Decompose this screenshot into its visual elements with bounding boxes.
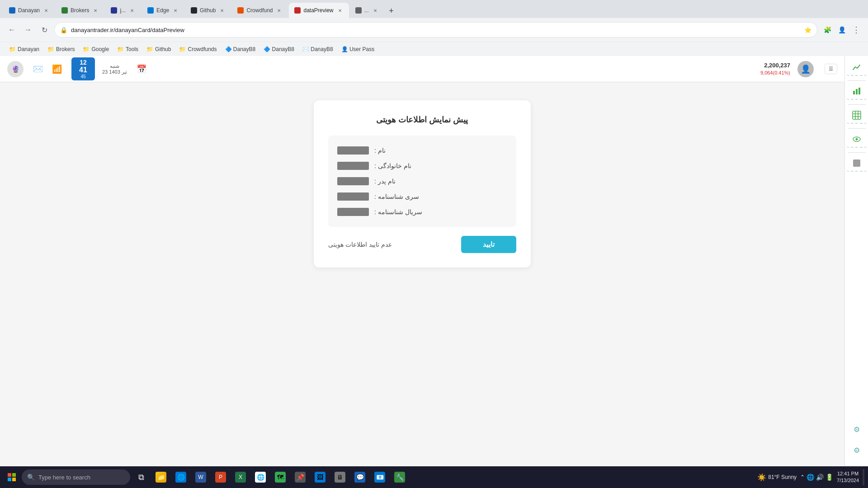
taskbar-clock[interactable]: 12:41 PM 7/13/2024 <box>837 470 859 484</box>
bookmark-danayan8-1[interactable]: 🔷 DanayB8 <box>222 45 259 54</box>
back-button[interactable]: ← <box>5 23 18 36</box>
taskbar-maps[interactable]: 🗺 <box>271 468 289 486</box>
url-bar[interactable]: 🔒 danayantrader.ir/danayanCard/dataPrevi… <box>54 22 817 38</box>
tray-volume-icon[interactable]: 🔊 <box>816 474 824 481</box>
taskbar-app-7[interactable]: 📌 <box>291 468 309 486</box>
tab-6[interactable]: Crowdfund ✕ <box>232 3 288 18</box>
tray-up-arrow[interactable]: ⌃ <box>800 474 805 480</box>
tab-close-5[interactable]: ✕ <box>218 7 226 14</box>
taskbar-edge[interactable]: 🌐 <box>172 468 190 486</box>
tab-favicon-8 <box>355 7 362 14</box>
bookmark-userpass[interactable]: 👤 User Pass <box>338 45 378 54</box>
tab-close-2[interactable]: ✕ <box>92 7 99 14</box>
data-row-name: نام : <box>337 146 507 155</box>
start-button[interactable] <box>4 469 20 485</box>
header-icon-group: ✉️ 📶 <box>31 62 64 76</box>
sidebar-settings-2[interactable]: ⚙ <box>847 442 867 458</box>
taskbar-outlook[interactable]: 📧 <box>371 468 389 486</box>
taskbar-excel[interactable]: X <box>231 468 250 486</box>
tab-close-1[interactable]: ✕ <box>42 7 50 14</box>
svg-rect-10 <box>853 160 860 167</box>
svg-rect-13 <box>8 478 11 481</box>
taskbar-photos[interactable]: 🖼 <box>311 468 329 486</box>
weather-display[interactable]: ☀️ 81°F Sunny <box>757 473 797 482</box>
taskbar-chrome[interactable]: 🌐 <box>251 468 269 486</box>
tab-1[interactable]: Danayan ✕ <box>4 3 55 18</box>
task-view-button[interactable]: ⧉ <box>132 468 150 486</box>
tab-close-7[interactable]: ✕ <box>336 7 344 14</box>
clock-widget: 12 41 45 <box>71 57 95 80</box>
tab-4[interactable]: Edge ✕ <box>142 3 184 18</box>
table-icon <box>852 110 862 120</box>
sidebar-table[interactable] <box>847 108 867 124</box>
bookmark-folder-icon: 📁 <box>146 46 153 52</box>
sidebar-divider-2 <box>848 104 866 105</box>
data-row-father: نام پدر : <box>337 177 507 185</box>
value-serial <box>337 208 369 216</box>
taskbar-app-9[interactable]: 🖥 <box>331 468 349 486</box>
value-serial-series <box>337 192 369 201</box>
clock-number: 12 <box>75 58 91 66</box>
wifi-icon[interactable]: 📶 <box>50 62 64 76</box>
tab-close-4[interactable]: ✕ <box>172 7 179 14</box>
tab-close-3[interactable]: ✕ <box>128 7 136 14</box>
card-title: پیش نمایش اطلاعات هویتی <box>328 115 516 125</box>
bookmark-danayan8-2[interactable]: 🔷 DanayB8 <box>260 45 298 54</box>
taskbar-file-explorer[interactable]: 📁 <box>152 468 170 486</box>
excel-icon: X <box>235 472 246 483</box>
bookmark-danayan8-mail[interactable]: ✉️ DanayB8 <box>299 45 337 54</box>
address-bar: ← → ↻ 🔒 danayantrader.ir/danayanCard/dat… <box>0 18 868 42</box>
confirm-button[interactable]: تایید <box>461 236 516 253</box>
url-text: danayantrader.ir/danayanCard/dataPreview <box>71 27 801 33</box>
outlook-icon: 📧 <box>374 472 385 483</box>
sidebar-bar-chart[interactable] <box>847 84 867 100</box>
tab-8[interactable]: ... ✕ <box>350 3 384 18</box>
sidebar-settings-1[interactable]: ⚙ <box>847 421 867 437</box>
sidebar-square[interactable] <box>847 155 867 172</box>
app9-icon: 🖥 <box>335 472 345 483</box>
photos-icon: 🖼 <box>315 472 326 483</box>
tab-7-active[interactable]: dataPreview ✕ <box>289 3 349 18</box>
mail-icon[interactable]: ✉️ <box>31 62 45 76</box>
menu-button[interactable]: ⋮ <box>850 23 863 36</box>
tab-2[interactable]: Brokers ✕ <box>56 3 104 18</box>
tray-network-icon[interactable]: 🌐 <box>807 474 814 481</box>
content-area: 🔮 ✉️ 📶 12 41 45 شنبه 23 تیر 1403 <box>0 56 868 488</box>
tray-battery-icon[interactable]: 🔋 <box>826 474 833 481</box>
tab-3[interactable]: j... ✕ <box>105 3 141 18</box>
bookmark-danayan[interactable]: 📁 Danayan <box>5 45 43 54</box>
bookmark-google[interactable]: 📁 Google <box>79 45 113 54</box>
svg-rect-11 <box>8 473 11 477</box>
taskbar-search[interactable]: 🔍 Type here to search <box>22 469 130 485</box>
label-serial-series: سری شناسنامه : <box>374 193 419 200</box>
sidebar-eye[interactable] <box>847 131 867 148</box>
card-footer: تایید عدم تایید اطلاعات هویتی <box>328 236 516 253</box>
sidebar-divider-3 <box>848 128 866 129</box>
extensions-button[interactable]: 🧩 <box>821 23 834 36</box>
bookmark-brokers[interactable]: 📁 Brokers <box>44 45 78 54</box>
new-tab-button[interactable]: + <box>385 5 398 17</box>
profile-button[interactable]: 👤 <box>835 23 848 36</box>
bookmark-github[interactable]: 📁 Github <box>143 45 175 54</box>
search-placeholder: Type here to search <box>38 474 90 481</box>
bookmark-crowdfunds[interactable]: 📁 Crowdfunds <box>175 45 220 54</box>
taskbar-app-12[interactable]: 🔧 <box>391 468 409 486</box>
stock-value: 2,200,237 <box>760 61 790 70</box>
refresh-button[interactable]: ↻ <box>38 23 51 36</box>
taskbar-date-value: 7/13/2024 <box>837 477 859 484</box>
powerpoint-icon: P <box>215 472 226 483</box>
bookmark-tools[interactable]: 📁 Tools <box>113 45 142 54</box>
sidebar-chart-line[interactable] <box>847 60 867 76</box>
show-desktop-button[interactable] <box>863 469 864 485</box>
tab-5[interactable]: Github ✕ <box>185 3 231 18</box>
forward-button[interactable]: → <box>22 23 34 36</box>
user-avatar[interactable]: 👤 <box>797 61 814 77</box>
value-father <box>337 177 369 185</box>
clock-sub: 45 <box>75 74 91 80</box>
tab-close-6[interactable]: ✕ <box>275 7 283 14</box>
taskbar-app-10[interactable]: 💬 <box>351 468 369 486</box>
taskbar-word[interactable]: W <box>192 468 210 486</box>
taskbar-powerpoint[interactable]: P <box>212 468 230 486</box>
calendar-icon[interactable]: 📅 <box>134 62 149 76</box>
tab-close-8[interactable]: ✕ <box>372 7 379 14</box>
